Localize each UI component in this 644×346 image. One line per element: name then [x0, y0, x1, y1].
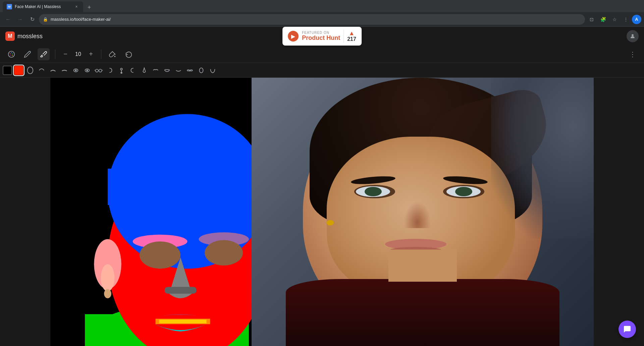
eyebrow-left-tool[interactable] [48, 66, 58, 75]
svg-point-21 [200, 68, 203, 73]
extensions-button[interactable]: 🧩 [598, 14, 608, 25]
refresh-button[interactable]: ↻ [27, 14, 38, 25]
product-hunt-badge[interactable]: ▶ FEATURED ON Product Hunt ▲ 217 [282, 27, 362, 46]
bookmark-button[interactable]: ☆ [609, 14, 620, 25]
nose-tool[interactable] [140, 66, 149, 75]
face-drawing-svg [50, 78, 252, 346]
ph-logo: ▶ [288, 31, 299, 42]
ph-featured-label: FEATURED ON [302, 31, 340, 34]
face-oval-tool[interactable] [25, 66, 35, 75]
fill-tool[interactable] [107, 48, 119, 60]
pen-tool[interactable] [21, 48, 34, 60]
ear-left-tool[interactable] [128, 66, 138, 75]
svg-point-36 [205, 240, 243, 266]
canvas-area [0, 78, 644, 346]
logo-area: M mossless [5, 31, 43, 41]
address-text: massless.io/tool/face-maker-ai/ [51, 17, 581, 22]
tab-bar: M Face Maker AI | Massless × + [0, 0, 644, 12]
tab-title: Face Maker AI | Massless [15, 4, 71, 9]
svg-point-2 [10, 53, 11, 54]
mustache-tool[interactable] [185, 66, 195, 75]
address-bar[interactable]: 🔒 massless.io/tool/face-maker-ai/ [39, 14, 585, 25]
svg-point-5 [12, 55, 13, 56]
color-bar [0, 63, 644, 78]
toolbar-separator-1 [55, 50, 55, 59]
app-header: M mossless ▶ FEATURED ON Product Hunt ▲ … [0, 27, 644, 46]
svg-rect-39 [159, 320, 206, 323]
svg-point-6 [10, 55, 11, 56]
glasses-tool[interactable] [94, 66, 103, 75]
ph-divider [343, 29, 344, 43]
logo-icon: M [5, 31, 15, 41]
toolbar: − 10 + ⋮ [0, 46, 644, 63]
svg-point-19 [120, 68, 122, 70]
svg-rect-37 [165, 287, 197, 294]
ph-name: Product Hunt [302, 34, 340, 42]
nav-bar: ← → ↻ 🔒 massless.io/tool/face-maker-ai/ … [0, 12, 644, 27]
lips-upper-tool[interactable] [151, 66, 160, 75]
ph-text-area: FEATURED ON Product Hunt [302, 31, 340, 42]
result-photo [252, 78, 594, 346]
eye-left-tool[interactable] [71, 66, 80, 75]
undo-tool[interactable] [123, 48, 135, 60]
svg-point-0 [632, 34, 634, 36]
right-panel [594, 78, 644, 346]
chat-button[interactable] [619, 321, 636, 338]
ph-count: 217 [347, 36, 356, 42]
eye-right-tool[interactable] [83, 66, 92, 75]
svg-point-30 [101, 264, 115, 291]
eyebrow-right-tool[interactable] [60, 66, 69, 75]
svg-point-31 [104, 289, 111, 298]
active-tab[interactable]: M Face Maker AI | Massless × [3, 1, 83, 12]
toolbar-separator-2 [101, 50, 101, 59]
lock-icon: 🔒 [43, 17, 48, 22]
result-canvas [252, 78, 594, 346]
more-options-tool[interactable]: ⋮ [627, 48, 639, 60]
tab-favicon: M [7, 4, 12, 9]
user-avatar-button[interactable] [627, 30, 639, 42]
svg-point-3 [11, 52, 12, 53]
svg-point-14 [95, 69, 98, 72]
ear-right-tool[interactable] [105, 66, 115, 75]
color-black-swatch[interactable] [3, 66, 12, 75]
palette-tool[interactable] [5, 48, 17, 60]
app: M mossless ▶ FEATURED ON Product Hunt ▲ … [0, 27, 644, 346]
brush-tool[interactable] [38, 48, 50, 60]
header-right [627, 30, 639, 42]
svg-point-15 [99, 69, 102, 72]
svg-point-8 [28, 67, 33, 73]
more-options-button[interactable]: ⋮ [621, 14, 631, 25]
svg-point-35 [140, 241, 180, 269]
svg-point-20 [121, 72, 122, 73]
svg-point-1 [8, 51, 14, 57]
back-button[interactable]: ← [3, 14, 13, 25]
neck-tool[interactable] [197, 66, 206, 75]
lips-full-tool[interactable] [162, 66, 172, 75]
earring-tool[interactable] [117, 66, 126, 75]
svg-point-13 [87, 70, 88, 70]
new-tab-button[interactable]: + [85, 3, 94, 12]
profile-button[interactable]: A [632, 15, 641, 24]
hair-shape-tool[interactable] [37, 66, 46, 75]
decrease-size-button[interactable]: − [61, 50, 70, 59]
brush-size-value: 10 [74, 51, 82, 57]
left-panel [0, 78, 50, 346]
tab-close-button[interactable]: × [74, 4, 79, 9]
nav-actions: ⊡ 🧩 ☆ ⋮ A [586, 14, 641, 25]
svg-point-4 [12, 53, 13, 54]
ph-arrow: ▲ [349, 30, 355, 36]
lips-lower-tool[interactable] [174, 66, 183, 75]
logo-text: mossless [17, 33, 43, 40]
increase-size-button[interactable]: + [86, 50, 96, 59]
svg-rect-28 [108, 169, 252, 205]
drawing-canvas[interactable] [50, 78, 252, 346]
color-red-swatch[interactable] [14, 66, 23, 75]
svg-point-10 [75, 70, 76, 71]
beard-tool[interactable] [208, 66, 217, 75]
ph-count-area: ▲ 217 [347, 30, 356, 42]
cast-button[interactable]: ⊡ [586, 14, 597, 25]
forward-button[interactable]: → [15, 14, 25, 25]
